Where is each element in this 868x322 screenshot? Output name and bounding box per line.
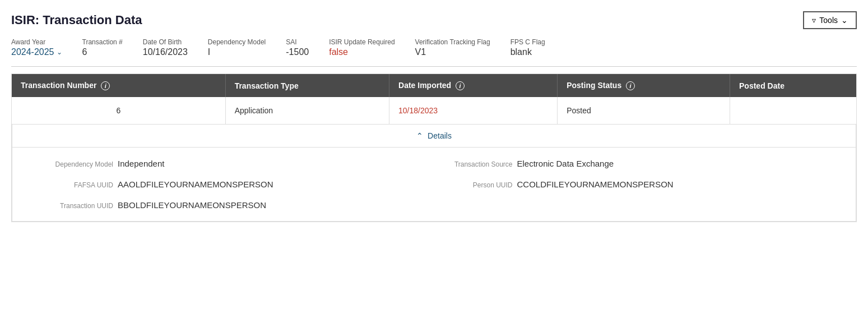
col-transaction-number: Transaction Number i [12,74,225,97]
dependency-value: I [208,47,266,57]
chevron-down-icon: ⌄ [57,48,62,56]
cell-transaction-type: Application [225,97,389,125]
col-posted-date: Posted Date [730,74,856,97]
table-body: 6 Application 10/18/2023 Posted [12,97,856,125]
detail-transaction-source-label: Transaction Source [434,160,513,168]
col-date-imported: Date Imported i [389,74,558,97]
detail-transaction-uuid: Transaction UUID BBOLDFILEYOURNAMEONSPER… [35,200,434,210]
sai-value: -1500 [286,47,309,57]
filter-icon: ▿ [812,16,816,25]
cell-posted-date [730,97,856,125]
award-year-label: Award Year [11,38,62,46]
detail-transaction-uuid-value: BBOLDFILEYOURNAMEONSPERSON [118,200,266,210]
dob-label: Date Of Birth [143,38,188,46]
cell-transaction-number: 6 [12,97,225,125]
page-title: ISIR: Transaction Data [11,13,142,27]
transaction-num-value: 6 [82,47,123,57]
detail-fafsa-uuid: FAFSA UUID AAOLDFILEYOURNAMEMONSPERSON [35,180,434,189]
transaction-number-info-icon[interactable]: i [101,81,110,90]
details-body: Dependency Model Independent FAFSA UUID … [12,148,856,221]
isir-value: false [329,47,394,57]
col-posting-status: Posting Status i [558,74,730,97]
details-toggle[interactable]: ⌃ Details [12,125,856,148]
transaction-num-item: Transaction # 6 [82,38,123,57]
col-transaction-type: Transaction Type [225,74,389,97]
sai-item: SAI -1500 [286,38,309,57]
chevron-down-icon: ⌄ [841,16,848,25]
details-col-right: Transaction Source Electronic Data Excha… [434,159,834,210]
cell-date-imported: 10/18/2023 [389,97,558,125]
posting-status-info-icon[interactable]: i [626,81,635,90]
detail-person-uuid-label: Person UUID [434,181,513,189]
detail-fafsa-uuid-label: FAFSA UUID [35,181,113,189]
transaction-table: Transaction Number i Transaction Type Da… [12,74,856,125]
sai-label: SAI [286,38,309,46]
transaction-table-wrapper: Transaction Number i Transaction Type Da… [11,73,857,222]
cell-posting-status: Posted [558,97,730,125]
header-row: ISIR: Transaction Data ▿ Tools ⌄ [11,11,857,29]
detail-person-uuid-value: CCOLDFILEYOURNAMEMONSPERSON [517,180,674,189]
detail-person-uuid: Person UUID CCOLDFILEYOURNAMEMONSPERSON [434,180,834,189]
divider [11,66,857,67]
transaction-num-label: Transaction # [82,38,123,46]
detail-transaction-uuid-label: Transaction UUID [35,202,113,210]
detail-fafsa-uuid-value: AAOLDFILEYOURNAMEMONSPERSON [118,180,273,189]
vtf-item: Verification Tracking Flag V1 [415,38,490,57]
vtf-label: Verification Tracking Flag [415,38,490,46]
fps-item: FPS C Flag blank [510,38,545,57]
dependency-item: Dependency Model I [208,38,266,57]
table-header: Transaction Number i Transaction Type Da… [12,74,856,97]
dependency-label: Dependency Model [208,38,266,46]
detail-dependency: Dependency Model Independent [35,159,434,168]
page-container: ISIR: Transaction Data ▿ Tools ⌄ Award Y… [0,0,868,233]
fps-label: FPS C Flag [510,38,545,46]
isir-label: ISIR Update Required [329,38,394,46]
detail-transaction-source-value: Electronic Data Exchange [517,159,614,168]
detail-transaction-source: Transaction Source Electronic Data Excha… [434,159,834,168]
award-year-value[interactable]: 2024-2025 ⌄ [11,47,62,57]
isir-item: ISIR Update Required false [329,38,394,57]
fps-value: blank [510,47,545,57]
details-col-left: Dependency Model Independent FAFSA UUID … [35,159,434,210]
date-imported-info-icon[interactable]: i [456,81,465,90]
header-row: Transaction Number i Transaction Type Da… [12,74,856,97]
table-row: 6 Application 10/18/2023 Posted [12,97,856,125]
dob-value: 10/16/2023 [143,47,188,57]
vtf-value: V1 [415,47,490,57]
meta-info-row: Award Year 2024-2025 ⌄ Transaction # 6 D… [11,38,857,57]
dob-item: Date Of Birth 10/16/2023 [143,38,188,57]
details-section: ⌃ Details Dependency Model Independent F… [12,125,856,222]
award-year-item: Award Year 2024-2025 ⌄ [11,38,62,57]
detail-dependency-value: Independent [118,159,164,168]
chevron-up-icon: ⌃ [416,131,423,140]
tools-button[interactable]: ▿ Tools ⌄ [803,11,857,29]
detail-dependency-label: Dependency Model [35,160,113,168]
